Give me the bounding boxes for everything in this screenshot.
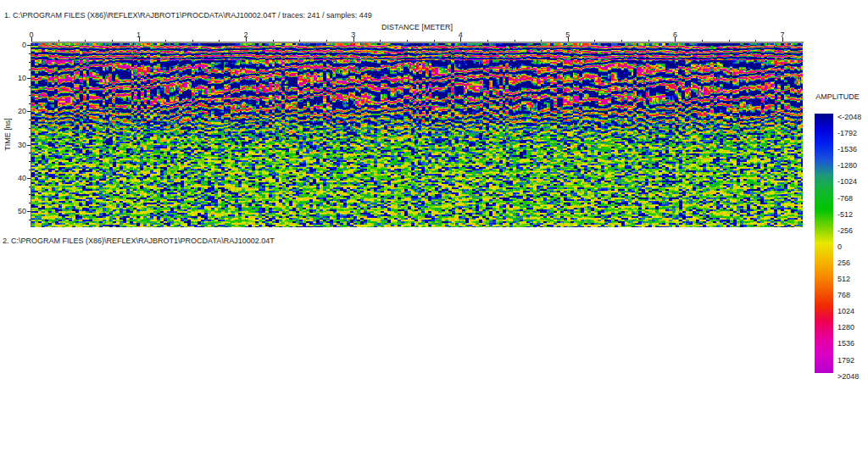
colorbar-label: >2048 — [837, 372, 868, 381]
colorbar-label: 1792 — [837, 356, 868, 365]
radargram-canvas[interactable] — [31, 43, 803, 227]
y-tick-label: 50 — [9, 208, 26, 215]
y-tick-label: 40 — [9, 175, 26, 182]
colorbar-label: -1280 — [837, 161, 868, 170]
y-tick-label: 0 — [9, 42, 26, 49]
y-axis-title: TIME [ns] — [3, 109, 13, 160]
colorbar-title: AMPLITUDE — [810, 93, 865, 101]
colorbar-label: 1024 — [837, 307, 868, 315]
y-tick-label: 20 — [9, 108, 26, 115]
x-axis-title: DISTANCE [METER] — [366, 24, 468, 31]
profile-2-title: 2. C:\PROGRAM FILES (X86)\REFLEX\RAJBROT… — [3, 237, 275, 245]
colorbar-label: -512 — [837, 210, 868, 219]
colorbar-label: 0 — [837, 242, 868, 251]
colorbar-label: -1792 — [837, 129, 868, 137]
colorbar-label: 1280 — [837, 323, 868, 332]
colorbar-label: -256 — [837, 226, 868, 235]
colorbar-gradient — [815, 114, 833, 373]
y-tick-label: 30 — [9, 142, 26, 149]
colorbar-label: 512 — [837, 275, 868, 283]
colorbar-label: -1536 — [837, 145, 868, 153]
colorbar-label: 1536 — [837, 339, 868, 348]
y-tick-label: 10 — [9, 75, 26, 82]
profile-1-title: 1. C:\PROGRAM FILES (X86)\REFLEX\RAJBROT… — [4, 11, 372, 20]
reflexw-plot-window: { "header": { "title1": "1. C:\\PROGRAM … — [0, 0, 868, 468]
colorbar-label: 256 — [837, 259, 868, 267]
colorbar-label: -768 — [837, 194, 868, 203]
colorbar-label: <-2048 — [837, 113, 868, 121]
colorbar-label: -1024 — [837, 177, 868, 186]
colorbar-label: 768 — [837, 291, 868, 299]
